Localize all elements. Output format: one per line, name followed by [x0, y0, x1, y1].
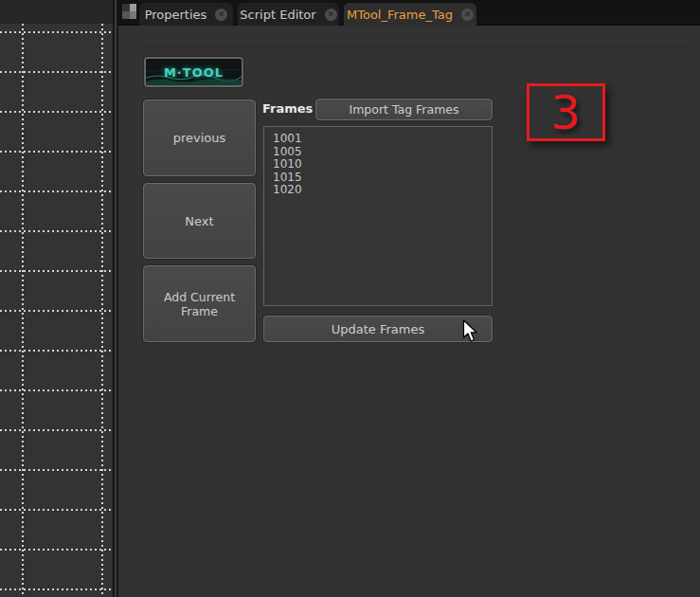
close-icon[interactable]: ✕: [215, 9, 227, 21]
import-tag-frames-button[interactable]: Import Tag Frames: [315, 99, 493, 120]
grid-line-h: [0, 71, 113, 73]
grid-line-h: [0, 469, 113, 471]
node-graph-grid: [0, 0, 113, 597]
grid-line-h: [0, 509, 113, 511]
frame-list-item[interactable]: 1010: [273, 158, 492, 172]
grid-line-h: [0, 31, 113, 33]
frame-list-item[interactable]: 1001: [273, 133, 492, 146]
tab-mtool-frame-tag[interactable]: MTool_Frame_Tag ✕: [344, 3, 476, 26]
close-icon[interactable]: ✕: [325, 9, 337, 21]
grid-line-h: [0, 549, 113, 551]
grid-line-h: [0, 588, 113, 590]
tab-label: Properties: [145, 8, 207, 22]
add-current-frame-button[interactable]: Add Current Frame: [143, 265, 256, 342]
grid-line-h: [0, 230, 113, 232]
grid-line-h: [0, 310, 113, 312]
tab-label: Script Editor: [240, 8, 315, 22]
pane-icon-quadrant: [122, 11, 130, 19]
tab-script-editor[interactable]: Script Editor ✕: [238, 3, 339, 26]
mtool-logo: M·TOOL: [144, 57, 243, 87]
grid-line-h: [0, 389, 113, 391]
logo-text: M·TOOL: [146, 59, 242, 85]
pane-menu-icon[interactable]: [122, 4, 136, 19]
grid-line-h: [0, 270, 113, 272]
next-button[interactable]: Next: [143, 183, 256, 259]
pane-icon-quadrant: [122, 4, 130, 11]
pane-icon-quadrant: [130, 11, 137, 19]
pane-icon-quadrant: [130, 4, 137, 11]
grid-line-v: [22, 24, 24, 597]
mouse-cursor-icon: [462, 319, 478, 343]
tab-label: MTool_Frame_Tag: [347, 8, 453, 22]
previous-button[interactable]: previous: [143, 100, 256, 176]
annotation-step-box: 3: [527, 83, 605, 141]
frame-list-item[interactable]: 1020: [273, 184, 492, 197]
annotation-step-number: 3: [551, 89, 582, 136]
update-frames-button[interactable]: Update Frames: [263, 316, 493, 342]
frame-listbox[interactable]: 1001 1005 1010 1015 1020: [263, 126, 493, 306]
node-graph-area[interactable]: [0, 0, 113, 597]
close-icon[interactable]: ✕: [461, 9, 474, 21]
tab-properties[interactable]: Properties ✕: [139, 3, 233, 26]
panel-divider: [139, 47, 689, 48]
grid-line-h: [0, 190, 113, 192]
grid-line-h: [0, 350, 113, 352]
frame-list-item[interactable]: 1015: [273, 172, 492, 185]
frames-label: Frames: [262, 101, 313, 116]
grid-line-h: [0, 429, 113, 431]
grid-line-h: [0, 111, 113, 113]
grid-line-h: [0, 151, 113, 153]
frame-list-item[interactable]: 1005: [273, 146, 492, 159]
grid-line-v: [101, 24, 103, 597]
